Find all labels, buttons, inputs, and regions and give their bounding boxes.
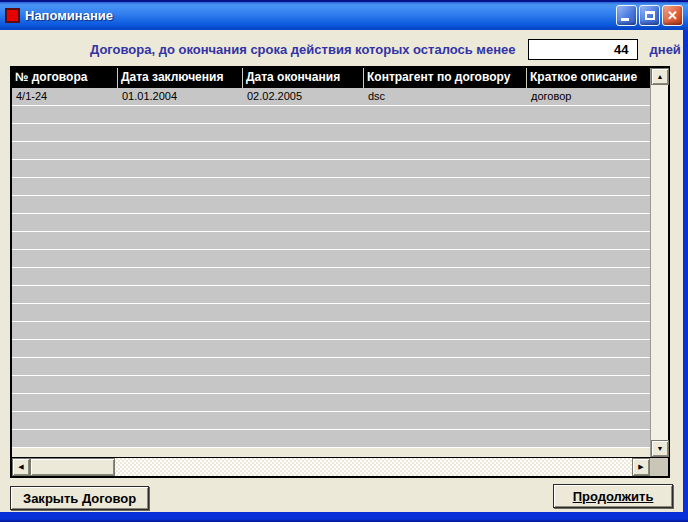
vertical-scroll-track[interactable] bbox=[651, 85, 668, 440]
table-cell bbox=[12, 286, 118, 303]
table-cell bbox=[364, 160, 527, 177]
table-cell: 02.02.2005 bbox=[243, 88, 364, 105]
table-cell bbox=[12, 124, 118, 141]
table-row-empty bbox=[12, 196, 650, 214]
table-cell bbox=[527, 322, 650, 339]
table-row-empty bbox=[12, 322, 650, 340]
table-cell bbox=[12, 250, 118, 267]
table-row-empty bbox=[12, 142, 650, 160]
table-cell bbox=[12, 358, 118, 375]
table-row-empty bbox=[12, 286, 650, 304]
table-cell bbox=[364, 232, 527, 249]
scroll-right-button[interactable]: ▶ bbox=[632, 458, 650, 476]
table-cell bbox=[12, 412, 118, 429]
table-cell bbox=[12, 304, 118, 321]
header-cell[interactable]: Краткое описание bbox=[527, 68, 650, 88]
table-cell bbox=[527, 214, 650, 231]
scroll-right-icon: ▶ bbox=[638, 463, 643, 470]
table-row[interactable]: 4/1-2401.01.200402.02.2005dscдоговор bbox=[12, 88, 650, 106]
table-cell bbox=[364, 178, 527, 195]
table-cell bbox=[527, 160, 650, 177]
scroll-up-button[interactable]: ▲ bbox=[651, 68, 669, 85]
table-cell bbox=[243, 412, 364, 429]
table-cell bbox=[243, 106, 364, 123]
header-cell[interactable]: Дата окончания bbox=[243, 68, 364, 88]
minimize-button[interactable] bbox=[616, 5, 637, 26]
table-cell bbox=[527, 376, 650, 393]
table-cell bbox=[118, 268, 243, 285]
table-row-empty bbox=[12, 214, 650, 232]
table-cell bbox=[118, 394, 243, 411]
table-cell bbox=[527, 124, 650, 141]
table-cell bbox=[118, 304, 243, 321]
table-cell bbox=[243, 286, 364, 303]
table-cell bbox=[12, 232, 118, 249]
table-cell bbox=[118, 196, 243, 213]
table-header: № договораДата заключенияДата окончанияК… bbox=[12, 68, 650, 88]
table-cell bbox=[364, 124, 527, 141]
table-row-empty bbox=[12, 268, 650, 286]
header-cell[interactable]: № договора bbox=[12, 68, 118, 88]
table-cell bbox=[118, 358, 243, 375]
table-cell bbox=[527, 196, 650, 213]
table-cell bbox=[243, 160, 364, 177]
table-row-empty bbox=[12, 304, 650, 322]
scroll-left-button[interactable]: ◀ bbox=[12, 458, 30, 476]
table-cell bbox=[364, 196, 527, 213]
table-cell bbox=[364, 340, 527, 357]
table-cell bbox=[364, 412, 527, 429]
continue-button[interactable]: Продолжить bbox=[553, 484, 673, 508]
table-cell bbox=[243, 376, 364, 393]
header-cell[interactable]: Дата заключения bbox=[118, 68, 243, 88]
table-cell bbox=[118, 178, 243, 195]
close-contract-button[interactable]: Закрыть Договор bbox=[10, 486, 149, 510]
table-cell bbox=[527, 286, 650, 303]
table-cell bbox=[12, 376, 118, 393]
table-cell bbox=[12, 340, 118, 357]
table-cell bbox=[364, 376, 527, 393]
table-cell bbox=[364, 358, 527, 375]
maximize-button[interactable] bbox=[639, 5, 660, 26]
close-button[interactable]: ✕ bbox=[662, 5, 683, 26]
table-cell bbox=[118, 232, 243, 249]
dialog-body: Договора, до окончания срока действия ко… bbox=[0, 30, 688, 512]
scroll-down-button[interactable]: ▼ bbox=[651, 440, 669, 457]
table-cell bbox=[243, 268, 364, 285]
contracts-table: № договораДата заключенияДата окончанияК… bbox=[10, 66, 670, 478]
horizontal-scrollbar[interactable]: ◀ ▶ bbox=[12, 457, 650, 476]
table-row-empty bbox=[12, 358, 650, 376]
table-cell bbox=[118, 214, 243, 231]
table-cell bbox=[527, 106, 650, 123]
table-cell bbox=[243, 196, 364, 213]
table-row-empty bbox=[12, 124, 650, 142]
table-cell bbox=[12, 430, 118, 447]
table-cell bbox=[364, 430, 527, 447]
table-row-empty bbox=[12, 106, 650, 124]
table-cell bbox=[118, 160, 243, 177]
vertical-scrollbar[interactable]: ▲ ▼ bbox=[650, 68, 668, 457]
days-input[interactable] bbox=[528, 39, 638, 60]
table-cell bbox=[364, 214, 527, 231]
table-cell bbox=[243, 142, 364, 159]
table-cell: договор bbox=[527, 88, 650, 105]
table-cell bbox=[364, 142, 527, 159]
table-cell bbox=[364, 304, 527, 321]
table-cell bbox=[243, 304, 364, 321]
scroll-left-icon: ◀ bbox=[18, 463, 23, 470]
table-cell bbox=[364, 322, 527, 339]
table-cell bbox=[364, 250, 527, 267]
table-cell bbox=[527, 268, 650, 285]
table-cell bbox=[118, 340, 243, 357]
table-cell bbox=[12, 160, 118, 177]
table-cell bbox=[527, 304, 650, 321]
horizontal-scroll-track[interactable] bbox=[115, 458, 632, 476]
table-row-empty bbox=[12, 412, 650, 430]
table-row-empty bbox=[12, 232, 650, 250]
table-cell bbox=[118, 106, 243, 123]
reminder-window: Напоминание ✕ Договора, до окончания сро… bbox=[0, 0, 688, 522]
filter-label: Договора, до окончания срока действия ко… bbox=[90, 42, 516, 57]
header-cell[interactable]: Контрагент по договору bbox=[364, 68, 527, 88]
table-cell bbox=[243, 232, 364, 249]
table-row-empty bbox=[12, 376, 650, 394]
horizontal-scroll-thumb[interactable] bbox=[30, 458, 115, 476]
